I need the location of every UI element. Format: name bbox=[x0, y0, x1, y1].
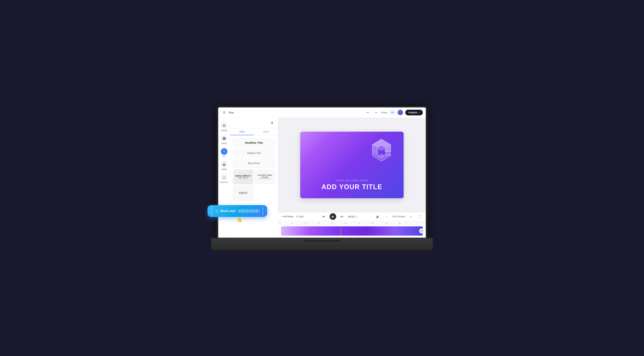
canvas-text-area: HEADLINE GOES HERE ADD YOUR TITLE bbox=[322, 180, 382, 191]
sidebar-item-media[interactable]: 🖼 Media bbox=[218, 134, 230, 146]
music-note-icon: ♫ bbox=[215, 209, 218, 213]
add-media-label: + Add Media bbox=[281, 215, 294, 218]
split-button[interactable]: ⊟ Split bbox=[296, 215, 303, 218]
ruler-0: 0 bbox=[280, 223, 280, 225]
timeline-thumb[interactable] bbox=[341, 226, 341, 236]
add-media-button[interactable]: + Add Media bbox=[281, 215, 294, 218]
play-icon: ▶ bbox=[332, 215, 334, 218]
canvas-area: HEADLINE GOES HERE ADD YOUR TITLE + Add … bbox=[278, 118, 426, 238]
canvas-headline: HEADLINE GOES HERE bbox=[322, 180, 382, 182]
timeline-ruler: 0 5 10 15 20 25 30 35 40 45 bbox=[278, 221, 426, 225]
template-true-path-line2: Watch to learn more bbox=[259, 178, 271, 179]
canvas-main: HEADLINE GOES HERE ADD YOUR TITLE bbox=[278, 118, 426, 212]
regular-text-button[interactable]: Regular Text bbox=[233, 149, 275, 157]
ruler-30: 30 bbox=[358, 223, 360, 225]
canvas-title: ADD YOUR TITLE bbox=[322, 183, 382, 191]
sidebar-item-settings[interactable]: ⚙ Settings bbox=[218, 121, 230, 133]
time-current: 00:02: bbox=[348, 215, 355, 218]
subtitle-label: Subtitle bbox=[221, 168, 227, 170]
laptop-screen: ☰ Text ↩ ↪ Share SK 👤 Publish ↑ bbox=[217, 106, 427, 239]
ruler-5: 5 bbox=[292, 223, 293, 225]
music-chip[interactable]: ♫ Music.mp3 👆 bbox=[208, 205, 267, 217]
fit-to-screen-label: Fit to Screen bbox=[392, 215, 405, 218]
template-true-path[interactable]: True Path To More Success Watch to learn… bbox=[255, 169, 275, 184]
menu-icon[interactable]: ☰ bbox=[221, 109, 227, 115]
sidebar-item-text[interactable]: T Text bbox=[218, 147, 230, 159]
play-button[interactable]: ▶ bbox=[330, 213, 336, 220]
settings-icon: ⚙ bbox=[221, 122, 228, 129]
drag-handle-right bbox=[262, 207, 264, 215]
topbar-right: ↩ ↪ Share SK 👤 Publish ↑ bbox=[365, 109, 423, 115]
template-make-impact[interactable]: MAKE IMPACT With Passion bbox=[233, 169, 253, 184]
text-icon: T bbox=[221, 148, 228, 155]
subtitle-icon: ▤ bbox=[221, 161, 228, 168]
ruler-40: 40 bbox=[385, 223, 387, 225]
handwrite-button[interactable]: Hand Write bbox=[233, 159, 275, 167]
avatar-user: 👤 bbox=[398, 110, 403, 115]
sidebar-icons: ⚙ Settings 🖼 Media T Text ▤ Subtitle bbox=[218, 118, 230, 238]
undo-icon: ↩ bbox=[366, 111, 369, 114]
panel-add-button[interactable]: ✚ bbox=[269, 120, 275, 126]
bottom-controls: + Add Media ⊟ Split ⏮ ▶ ⏭ 00: bbox=[278, 212, 426, 221]
text-template-grid: MAKE IMPACT With Passion True Path To Mo… bbox=[233, 169, 275, 201]
panel-tabs: Style Adjust bbox=[230, 128, 278, 135]
music-filename: Music.mp3 bbox=[220, 209, 236, 213]
tab-style[interactable]: Style bbox=[230, 128, 254, 135]
volume-button[interactable]: 🔊 bbox=[375, 214, 381, 220]
fit-to-screen: Fit to Screen bbox=[392, 215, 405, 218]
zoom-in-button[interactable]: + bbox=[408, 214, 414, 220]
tab-adjust[interactable]: Adjust bbox=[254, 128, 278, 135]
ruler-15: 15 bbox=[318, 223, 320, 225]
headline-title-button[interactable]: Headline Title bbox=[233, 138, 275, 147]
fullscreen-button[interactable]: ⛶ bbox=[417, 214, 423, 220]
prev-button[interactable]: ⏮ bbox=[321, 214, 326, 220]
media-label: Media bbox=[222, 142, 226, 144]
split-label: Split bbox=[299, 215, 303, 218]
redo-icon: ↪ bbox=[374, 111, 377, 114]
elements-icon: ◇ bbox=[221, 174, 228, 181]
timeline: 0 5 10 15 20 25 30 35 40 45 bbox=[278, 221, 426, 238]
undo-button[interactable]: ↩ bbox=[365, 109, 371, 115]
main-area: ⚙ Settings 🖼 Media T Text ▤ Subtitle bbox=[218, 118, 426, 238]
redo-button[interactable]: ↪ bbox=[373, 109, 379, 115]
share-button[interactable]: Share bbox=[381, 111, 388, 114]
ruler-10: 10 bbox=[304, 223, 306, 225]
elements-label: Elements bbox=[220, 181, 228, 183]
zoom-out-button[interactable]: − bbox=[384, 214, 390, 220]
laptop-wrapper: ☰ Text ↩ ↪ Share SK 👤 Publish ↑ bbox=[211, 106, 433, 250]
add-media-timeline-button[interactable]: + bbox=[419, 228, 424, 234]
ruler-20: 20 bbox=[332, 223, 333, 225]
upload-icon: ↑ bbox=[418, 111, 420, 114]
g-logo bbox=[367, 135, 396, 166]
laptop-base bbox=[211, 238, 433, 250]
template-true-path-line1: True Path To More Success bbox=[256, 174, 274, 178]
publish-button[interactable]: Publish ↑ bbox=[405, 110, 423, 115]
waveform bbox=[238, 208, 260, 214]
split-icon: ⊟ bbox=[296, 215, 298, 218]
sidebar-item-elements[interactable]: ◇ Elements bbox=[218, 172, 230, 185]
sidebar-item-subtitle[interactable]: ▤ Subtitle bbox=[218, 159, 230, 172]
template-make-impact-line1: MAKE IMPACT bbox=[236, 175, 251, 177]
drag-handle bbox=[211, 207, 213, 215]
avatar-sk: SK bbox=[390, 110, 395, 115]
page-title: Text bbox=[228, 111, 234, 114]
template-write-label: WRITE bbox=[239, 192, 248, 195]
publish-label: Publish bbox=[408, 111, 417, 114]
cursor-hand-icon: 👆 bbox=[236, 216, 242, 223]
timeline-track[interactable] bbox=[281, 226, 423, 236]
template-make-impact-line2: With Passion bbox=[238, 177, 248, 179]
media-icon: 🖼 bbox=[221, 135, 228, 142]
topbar-left: ☰ Text bbox=[221, 109, 234, 115]
ruler-25: 25 bbox=[345, 223, 347, 225]
canvas-preview: HEADLINE GOES HERE ADD YOUR TITLE bbox=[300, 132, 404, 198]
ruler-45: 45 bbox=[398, 223, 400, 225]
next-button[interactable]: ⏭ bbox=[339, 214, 345, 220]
time-total: 23 bbox=[355, 215, 358, 218]
template-write[interactable]: WRITE bbox=[233, 186, 253, 201]
settings-label: Settings bbox=[221, 129, 227, 131]
panel-header: ✚ bbox=[230, 118, 278, 128]
topbar: ☰ Text ↩ ↪ Share SK 👤 Publish ↑ bbox=[218, 107, 426, 118]
ruler-35: 35 bbox=[372, 223, 374, 225]
time-display: 00:02:23 bbox=[348, 215, 358, 218]
text-label: Text bbox=[222, 155, 226, 157]
